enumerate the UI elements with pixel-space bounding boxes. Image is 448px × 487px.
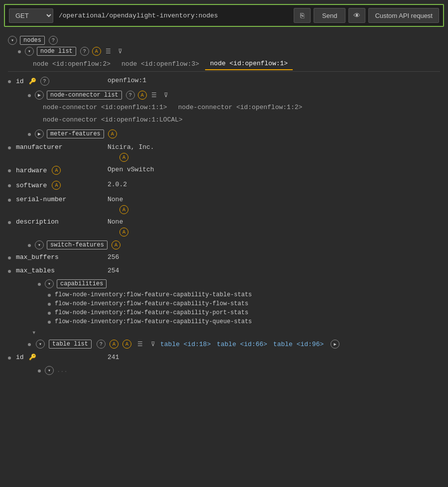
- nodes-help-icon[interactable]: ?: [49, 36, 58, 45]
- table-tab-96[interactable]: table <id:96>: [273, 341, 324, 348]
- nc-list-list-icon[interactable]: ☰: [150, 91, 159, 100]
- nodes-tag: nodes: [20, 36, 45, 45]
- software-a-icon[interactable]: A: [52, 181, 61, 190]
- nc-tabs-row-2: node-connector <id:openflow:1:LOCAL>: [8, 114, 440, 125]
- table-id-key-icon: 🔑: [29, 354, 36, 361]
- id-help-icon[interactable]: ?: [40, 77, 49, 86]
- meter-features-a-icon[interactable]: A: [108, 129, 117, 138]
- serial-number-a-icon[interactable]: A: [119, 205, 128, 214]
- table-list-list-icon[interactable]: ☰: [135, 340, 144, 349]
- node-tab-openflow-2[interactable]: node <id:openflow:2>: [28, 58, 115, 70]
- max-tables-row: max_tables 254: [8, 265, 440, 276]
- node-list-row: ▾ node list ? A ☰ ⊽: [8, 47, 440, 56]
- max-tables-dot: [8, 270, 11, 273]
- hardware-value: Open vSwitch: [108, 166, 154, 173]
- description-a-icon[interactable]: A: [119, 228, 128, 237]
- nc-list-a-icon[interactable]: A: [138, 91, 147, 100]
- nc-tab-local[interactable]: node-connector <id:openflow:1:LOCAL>: [38, 114, 188, 125]
- meter-features-tag: meter-features: [47, 129, 104, 138]
- node-list-filter-icon[interactable]: ⊽: [116, 47, 125, 56]
- table-list-filter-icon[interactable]: ⊽: [148, 340, 157, 349]
- switch-features-toggle[interactable]: ▾: [35, 241, 44, 249]
- node-tab-openflow-1[interactable]: node <id:openflow:1>: [205, 58, 293, 70]
- table-list-dot: [28, 343, 31, 346]
- nodes-toggle[interactable]: ▾: [8, 36, 17, 45]
- url-input[interactable]: [56, 9, 291, 22]
- manufacturer-dot: [8, 146, 11, 149]
- node-list-help[interactable]: ?: [80, 47, 89, 56]
- software-value: 2.0.2: [108, 181, 127, 188]
- top-bar: GET POST PUT DELETE PATCH ⎘ Send 👁 Custo…: [4, 4, 444, 27]
- node-list-a-icon[interactable]: A: [92, 47, 101, 56]
- manufacturer-a-icon[interactable]: A: [119, 153, 128, 162]
- max-buffers-value: 256: [108, 253, 119, 261]
- nc-list-filter-icon[interactable]: ⊽: [162, 91, 171, 100]
- custom-api-button[interactable]: Custom API request: [368, 8, 439, 23]
- meter-features-row: ▶ meter-features A: [8, 129, 440, 138]
- meter-features-dot: [28, 133, 31, 136]
- nc-list-help[interactable]: ?: [126, 91, 135, 100]
- description-a-row: A: [8, 228, 440, 237]
- hardware-dot: [8, 169, 11, 172]
- nc-list-toggle[interactable]: ▶: [35, 91, 44, 100]
- max-buffers-key: max_buffers: [8, 253, 108, 261]
- continuation-arrow: ▾: [8, 328, 440, 337]
- software-row: software A 2.0.2: [8, 179, 440, 192]
- table-list-help[interactable]: ?: [97, 340, 106, 349]
- capabilities-row: ▾ capabilities: [8, 279, 440, 288]
- eye-button[interactable]: 👁: [348, 8, 365, 23]
- switch-features-dot: [28, 244, 31, 247]
- cap-item-2: flow-node-inventory:flow-feature-capabil…: [48, 299, 440, 308]
- id-row: id 🔑 ? openflow:1: [8, 75, 440, 88]
- table-play-icon[interactable]: ▶: [331, 340, 339, 349]
- table-list-row: ▾ table list ? A A ☰ ⊽ table <id:18> tab…: [8, 340, 440, 349]
- description-key: description: [8, 218, 108, 226]
- send-button[interactable]: Send: [314, 8, 345, 23]
- capabilities-dot: [38, 283, 41, 286]
- cap-item-3: flow-node-inventory:flow-feature-capabil…: [48, 308, 440, 317]
- cap-2-dot: [48, 303, 51, 306]
- table-tab-18[interactable]: table <id:18>: [160, 341, 211, 348]
- max-buffers-dot: [8, 256, 11, 259]
- serial-number-row: serial-number None: [8, 194, 440, 205]
- table-list-toggle[interactable]: ▾: [36, 340, 45, 349]
- manufacturer-row: manufacturer Nicira, Inc.: [8, 141, 440, 153]
- table-id-value: 241: [108, 354, 119, 361]
- node-tab-openflow-3[interactable]: node <id:openflow:3>: [116, 58, 204, 70]
- table-id-key: id 🔑: [8, 354, 108, 361]
- node-list-toggle[interactable]: ▾: [25, 47, 34, 56]
- table-id-row: id 🔑 241: [8, 352, 440, 363]
- switch-features-a-icon[interactable]: A: [112, 241, 120, 249]
- switch-features-row: ▾ switch-features A: [8, 241, 440, 249]
- serial-number-value: None: [108, 196, 123, 203]
- tree-content: ▾ nodes ? ▾ node list ? A ☰ ⊽ node <id:o…: [0, 31, 448, 379]
- table-list-tag: table list: [49, 340, 92, 349]
- table-tab-66[interactable]: table <id:66>: [217, 341, 267, 348]
- nc-tab-1-1[interactable]: node-connector <id:openflow:1:1>: [38, 102, 172, 113]
- nc-list-row: ▶ node-connector list ? A ☰ ⊽: [8, 91, 440, 100]
- nc-list-tag: node-connector list: [47, 91, 122, 100]
- capabilities-toggle[interactable]: ▾: [45, 279, 54, 288]
- table-list-a-icon[interactable]: A: [110, 340, 118, 349]
- table-list-a2-icon[interactable]: A: [122, 340, 131, 349]
- cap-3-dot: [48, 312, 51, 315]
- cap-4-dot: [48, 321, 51, 324]
- capabilities-tag: capabilities: [57, 279, 107, 288]
- cap-1-dot: [48, 294, 51, 297]
- node-list-tag: node list: [37, 47, 76, 56]
- description-dot: [8, 221, 11, 224]
- hardware-a-icon[interactable]: A: [52, 166, 61, 175]
- bottom-continuation: ▾ ...: [8, 366, 440, 375]
- id-dot: [8, 80, 11, 83]
- nc-tab-1-2[interactable]: node-connector <id:openflow:1:2>: [173, 102, 308, 113]
- description-value: None: [108, 218, 123, 226]
- node-list-list-icon[interactable]: ☰: [104, 47, 113, 56]
- copy-button[interactable]: ⎘: [294, 8, 311, 23]
- max-tables-key: max_tables: [8, 267, 108, 274]
- hardware-key: hardware A: [8, 166, 108, 175]
- bottom-toggle[interactable]: ▾: [45, 366, 54, 375]
- method-select[interactable]: GET POST PUT DELETE PATCH: [9, 8, 53, 23]
- serial-number-dot: [8, 199, 11, 202]
- bottom-dot: [38, 369, 41, 372]
- meter-features-toggle[interactable]: ▶: [35, 129, 44, 138]
